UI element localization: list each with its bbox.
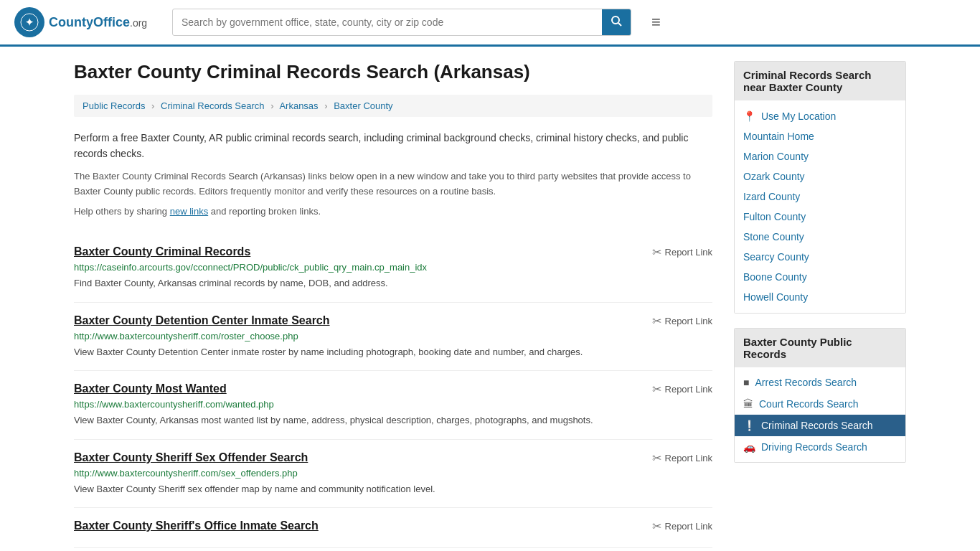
public-link-label-0: Arrest Records Search <box>755 377 857 388</box>
result-item: Baxter County Criminal Records ✂ Report … <box>74 234 712 303</box>
search-input[interactable] <box>173 11 602 34</box>
location-icon: 📍 <box>743 110 755 122</box>
result-title-0[interactable]: Baxter County Criminal Records <box>74 245 250 258</box>
public-link-icon-1: 🏛 <box>743 398 753 410</box>
result-header: Baxter County Criminal Records ✂ Report … <box>74 245 712 259</box>
result-title-2[interactable]: Baxter County Most Wanted <box>74 382 227 395</box>
result-url-2: https://www.baxtercountysheriff.com/want… <box>74 399 712 410</box>
report-icon-2: ✂ <box>652 382 661 396</box>
result-url-3: http://www.baxtercountysheriff.com/sex_o… <box>74 468 712 479</box>
nearby-link-5[interactable]: Stone County <box>735 227 905 247</box>
nearby-link-2[interactable]: Ozark County <box>735 166 905 187</box>
search-bar <box>172 9 631 36</box>
public-link-3[interactable]: 🚗Driving Records Search <box>735 436 905 458</box>
nearby-links: 📍 Use My Location Mountain HomeMarion Co… <box>735 100 905 313</box>
report-link-1[interactable]: ✂ Report Link <box>652 314 712 328</box>
svg-line-3 <box>618 23 621 26</box>
use-location-link[interactable]: 📍 Use My Location <box>735 106 905 126</box>
search-button[interactable] <box>602 9 631 35</box>
report-icon-3: ✂ <box>652 451 661 465</box>
result-title-1[interactable]: Baxter County Detention Center Inmate Se… <box>74 314 330 327</box>
report-link-3[interactable]: ✂ Report Link <box>652 451 712 465</box>
public-link-icon-3: 🚗 <box>743 441 755 453</box>
nearby-link-1[interactable]: Marion County <box>735 146 905 166</box>
result-item: Baxter County Detention Center Inmate Se… <box>74 303 712 372</box>
header: ✦ CountyOffice.org ≡ <box>0 0 980 47</box>
report-link-4[interactable]: ✂ Report Link <box>652 519 712 533</box>
sidebar: Criminal Records Search near Baxter Coun… <box>734 61 906 548</box>
svg-point-2 <box>612 17 619 24</box>
result-item: Baxter County Sheriff Sex Offender Searc… <box>74 440 712 509</box>
use-location-label: Use My Location <box>761 110 836 122</box>
report-link-2[interactable]: ✂ Report Link <box>652 382 712 396</box>
logo-area: ✦ CountyOffice.org <box>14 7 158 37</box>
breadcrumb-criminal-records[interactable]: Criminal Records Search <box>161 100 265 111</box>
result-desc-0: Find Baxter County, Arkansas criminal re… <box>74 276 712 291</box>
public-link-1[interactable]: 🏛Court Records Search <box>735 393 905 415</box>
public-link-icon-2: ❕ <box>743 420 755 431</box>
results-list: Baxter County Criminal Records ✂ Report … <box>74 234 712 548</box>
menu-button[interactable]: ≡ <box>646 10 666 34</box>
new-links-link[interactable]: new links <box>170 206 208 217</box>
logo-text: CountyOffice.org <box>49 15 147 30</box>
public-records-header: Baxter County Public Records <box>735 329 905 367</box>
public-records-section: Baxter County Public Records ■Arrest Rec… <box>734 328 906 463</box>
result-item: Baxter County Most Wanted ✂ Report Link … <box>74 371 712 440</box>
nearby-link-7[interactable]: Boone County <box>735 267 905 287</box>
intro-sub: The Baxter County Criminal Records Searc… <box>74 169 712 199</box>
public-link-label-1: Court Records Search <box>759 398 859 410</box>
result-header: Baxter County Sheriff Sex Offender Searc… <box>74 451 712 465</box>
breadcrumb-arkansas[interactable]: Arkansas <box>279 100 318 111</box>
nearby-link-6[interactable]: Searcy County <box>735 247 905 267</box>
nearby-link-3[interactable]: Izard County <box>735 187 905 207</box>
help-text: Help others by sharing new links and rep… <box>74 206 712 217</box>
public-link-label-2: Criminal Records Search <box>761 420 873 431</box>
result-url-0: https://caseinfo.arcourts.gov/cconnect/P… <box>74 262 712 273</box>
nearby-header: Criminal Records Search near Baxter Coun… <box>735 62 905 100</box>
report-icon-4: ✂ <box>652 519 661 533</box>
page-container: Baxter County Criminal Records Search (A… <box>60 47 920 551</box>
public-link-0[interactable]: ■Arrest Records Search <box>735 372 905 393</box>
page-title: Baxter County Criminal Records Search (A… <box>74 61 712 83</box>
result-desc-3: View Baxter County Sheriff sex offender … <box>74 482 712 496</box>
result-title-3[interactable]: Baxter County Sheriff Sex Offender Searc… <box>74 451 308 464</box>
result-url-1: http://www.baxtercountysheriff.com/roste… <box>74 331 712 342</box>
main-content: Baxter County Criminal Records Search (A… <box>74 61 712 548</box>
public-link-label-3: Driving Records Search <box>761 441 867 453</box>
result-title-4[interactable]: Baxter County Sheriff's Office Inmate Se… <box>74 519 319 532</box>
report-icon-0: ✂ <box>652 245 661 259</box>
breadcrumb-baxter-county[interactable]: Baxter County <box>334 100 392 111</box>
result-desc-2: View Baxter County, Arkansas most wanted… <box>74 413 712 428</box>
logo-icon: ✦ <box>14 7 44 37</box>
public-link-icon-0: ■ <box>743 377 749 388</box>
report-icon-1: ✂ <box>652 314 661 328</box>
public-links-list: ■Arrest Records Search🏛Court Records Sea… <box>735 372 905 458</box>
nearby-links-list: Mountain HomeMarion CountyOzark CountyIz… <box>735 126 905 307</box>
svg-text:✦: ✦ <box>25 17 34 28</box>
report-link-0[interactable]: ✂ Report Link <box>652 245 712 259</box>
intro-text: Perform a free Baxter County, AR public … <box>74 130 712 162</box>
public-link-2[interactable]: ❕Criminal Records Search <box>735 415 905 436</box>
result-desc-1: View Baxter County Detention Center inma… <box>74 345 712 359</box>
result-header: Baxter County Sheriff's Office Inmate Se… <box>74 519 712 533</box>
result-header: Baxter County Most Wanted ✂ Report Link <box>74 382 712 396</box>
result-item: Baxter County Sheriff's Office Inmate Se… <box>74 508 712 548</box>
result-header: Baxter County Detention Center Inmate Se… <box>74 314 712 328</box>
nearby-link-8[interactable]: Howell County <box>735 287 905 307</box>
nearby-link-0[interactable]: Mountain Home <box>735 126 905 146</box>
nearby-link-4[interactable]: Fulton County <box>735 207 905 227</box>
nearby-section: Criminal Records Search near Baxter Coun… <box>734 61 906 314</box>
breadcrumb-public-records[interactable]: Public Records <box>83 100 145 111</box>
breadcrumb: Public Records › Criminal Records Search… <box>74 95 712 117</box>
public-records-links: ■Arrest Records Search🏛Court Records Sea… <box>735 367 905 462</box>
